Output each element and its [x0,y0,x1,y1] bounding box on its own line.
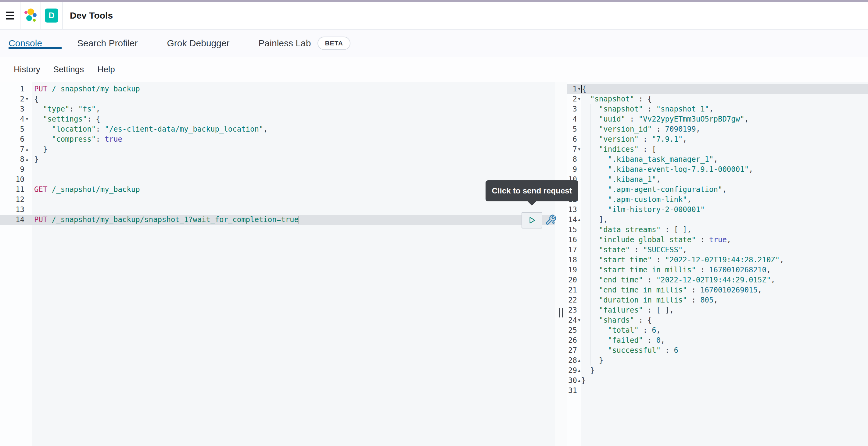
line-number: 16 [567,235,577,245]
code-line[interactable]: 23 "failures" : [ ], [567,305,868,315]
code-line[interactable]: 15 "data_streams" : [ ], [567,225,868,235]
code-line[interactable]: 24▼ "shards" : { [567,315,868,325]
page-title: Dev Tools [70,10,113,21]
fold-toggle-icon[interactable]: ▲ [577,355,581,366]
line-number: 12 [0,195,24,205]
code-text: "settings": { [30,114,555,124]
code-line[interactable]: 30▲} [567,376,868,386]
code-line[interactable]: 1▼{ [567,84,868,94]
code-line[interactable]: 10 [0,175,555,184]
code-line[interactable]: 7▼ "indices" : [ [567,144,868,155]
line-number: 21 [567,285,577,295]
code-line[interactable]: 13 "ilm-history-2-000001" [567,205,868,215]
tab-search-profiler[interactable]: Search Profiler [77,38,137,48]
fold-spacer [24,124,30,134]
code-line[interactable]: 14PUT /_snapshot/my_backup/snapshot_1?wa… [0,215,555,225]
code-line[interactable]: 5 "version_id" : 7090199, [567,124,868,134]
code-line[interactable]: 8▲} [0,155,555,165]
fold-spacer [24,215,30,225]
menu-item-help[interactable]: Help [97,65,115,74]
code-line[interactable]: 19 "start_time_in_millis" : 167001026821… [567,265,868,275]
code-line[interactable]: 11GET /_snapshot/my_backup [0,184,555,195]
code-line[interactable]: 27 "successful" : 6 [567,345,868,355]
tab-console[interactable]: Console [8,38,42,48]
fold-toggle-icon[interactable]: ▲ [577,215,581,225]
code-text: "total" : 6, [581,325,868,335]
code-line[interactable]: 7▲ } [0,144,555,155]
fold-toggle-icon[interactable]: ▼ [577,315,581,325]
code-text: "ilm-history-2-000001" [581,205,868,215]
fold-spacer [24,84,30,94]
space-selector[interactable]: D [41,2,62,29]
code-line[interactable]: 11 ".apm-agent-configuration", [567,184,868,195]
code-line[interactable]: 6 "version" : "7.9.1", [567,134,868,144]
fold-spacer [577,134,581,144]
code-text: } [581,376,868,386]
code-line[interactable]: 13 [0,205,555,215]
tab-painless-lab[interactable]: Painless Lab BETA [259,37,350,50]
code-line[interactable]: 31 [567,386,868,396]
code-line[interactable]: 2▼{ [0,94,555,104]
top-bar: D Dev Tools [0,2,868,30]
code-line[interactable]: 3 "snapshot" : "snapshot_1", [567,104,868,114]
code-line[interactable]: 12 ".apm-custom-link", [567,195,868,205]
request-options-button[interactable] [544,213,558,227]
fold-toggle-icon[interactable]: ▼ [577,94,581,104]
code-line[interactable]: 5 "location": "/es-client-data/my_backup… [0,124,555,134]
code-line[interactable]: 22 "duration_in_millis" : 805, [567,295,868,305]
code-text: "version" : "7.9.1", [581,134,868,144]
code-line[interactable]: 4 "uuid" : "Vv22ypyETmm3uO5rpBD7gw", [567,114,868,124]
fold-toggle-icon[interactable]: ▲ [577,366,581,376]
fold-toggle-icon[interactable]: ▲ [24,155,30,165]
code-text: ".kibana_1", [581,175,868,184]
fold-toggle-icon[interactable]: ▼ [24,94,30,104]
divider [62,2,63,29]
menu-hamburger-icon[interactable] [0,2,20,29]
code-line[interactable]: 14▲ ], [567,215,868,225]
request-editor[interactable]: 1PUT /_snapshot/my_backup2▼{3 "type": "f… [0,82,555,446]
code-line[interactable]: 18 "start_time" : "2022-12-02T19:44:28.2… [567,255,868,265]
fold-toggle-icon[interactable]: ▲ [24,144,30,155]
code-line[interactable]: 26 "failed" : 0, [567,335,868,345]
tab-grok-debugger[interactable]: Grok Debugger [167,38,230,48]
panel-resize-handle[interactable] [558,307,564,318]
code-text [30,165,555,175]
fold-toggle-icon[interactable]: ▲ [577,376,581,386]
menu-item-history[interactable]: History [14,65,40,74]
code-line[interactable]: 4▼ "settings": { [0,114,555,124]
line-number: 27 [567,345,577,355]
code-line[interactable]: 1PUT /_snapshot/my_backup [0,84,555,94]
code-line[interactable]: 9 [0,165,555,175]
code-line[interactable]: 16 "include_global_state" : true, [567,235,868,245]
send-request-button[interactable] [522,212,542,229]
elastic-logo[interactable] [21,2,40,29]
line-number: 14 [567,215,577,225]
fold-toggle-icon[interactable]: ▼ [24,114,30,124]
console-menu: History Settings Help [0,57,868,82]
code-line[interactable]: 20 "end_time" : "2022-12-02T19:44:29.015… [567,275,868,285]
code-text: "snapshot" : "snapshot_1", [581,104,868,114]
menu-item-settings[interactable]: Settings [53,65,84,74]
fold-toggle-icon[interactable]: ▼ [577,144,581,155]
code-line[interactable]: 6 "compress": true [0,134,555,144]
code-line[interactable]: 9 ".kibana-event-log-7.9.1-000001", [567,165,868,175]
code-line[interactable]: 2▼ "snapshot" : { [567,94,868,104]
code-line[interactable]: 12 [0,195,555,205]
code-line[interactable]: 28▲ } [567,355,868,366]
code-line[interactable]: 29▲ } [567,366,868,376]
code-line[interactable]: 3 "type": "fs", [0,104,555,114]
line-number: 1 [567,84,577,94]
code-text: "compress": true [30,134,555,144]
line-number: 13 [0,205,24,215]
code-line[interactable]: 8 ".kibana_task_manager_1", [567,155,868,165]
send-request-tooltip: Click to send request [486,180,578,201]
fold-spacer [24,205,30,215]
code-line[interactable]: 17 "state" : "SUCCESS", [567,245,868,255]
code-line[interactable]: 25 "total" : 6, [567,325,868,335]
code-line[interactable]: 10 ".kibana_1", [567,175,868,184]
code-text: "shards" : { [581,315,868,325]
fold-spacer [577,295,581,305]
fold-toggle-icon[interactable]: ▼ [577,84,581,94]
code-line[interactable]: 21 "end_time_in_millis" : 1670010269015, [567,285,868,295]
response-panel[interactable]: 1▼{2▼ "snapshot" : {3 "snapshot" : "snap… [567,82,868,446]
